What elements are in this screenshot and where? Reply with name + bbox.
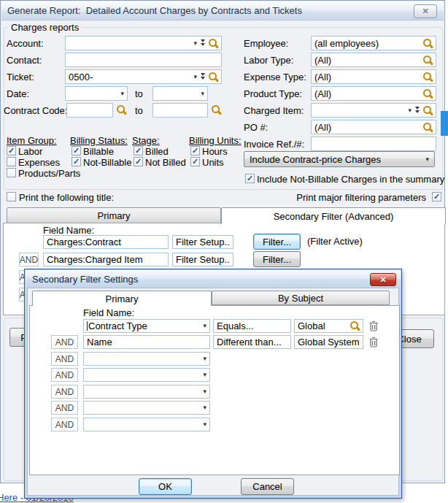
- dropdown-arrow-icon[interactable]: ▾: [201, 91, 204, 97]
- condition-field-combo[interactable]: ▾: [83, 352, 210, 366]
- condition-operator-combo[interactable]: Equals...: [213, 319, 291, 333]
- po-field[interactable]: (All): [311, 120, 436, 134]
- not-billed-label: Not Billed: [145, 157, 186, 168]
- expense-type-field[interactable]: (All): [311, 69, 436, 84]
- search-icon[interactable]: [209, 72, 218, 82]
- invoice-ref-input[interactable]: [311, 137, 436, 151]
- condition-field-combo[interactable]: ▾: [83, 385, 210, 399]
- billable-checkbox[interactable]: ✓: [72, 146, 81, 155]
- po-value: (All): [314, 122, 423, 133]
- employee-field[interactable]: (all employees): [311, 36, 436, 50]
- dropdown-arrow-icon[interactable]: ▾: [425, 156, 429, 163]
- condition-value-field[interactable]: Global System Co: [294, 335, 363, 349]
- dropdown-arrow-icon[interactable]: ▾: [203, 356, 206, 362]
- search-icon[interactable]: [350, 321, 360, 331]
- dropdown-arrow-icon[interactable]: ▾: [203, 404, 206, 411]
- search-icon[interactable]: [423, 106, 433, 115]
- dropdown-arrow-icon[interactable]: ▾: [193, 40, 197, 47]
- and-label: AND: [20, 255, 38, 265]
- filter-button-label: Filter...: [263, 237, 291, 247]
- condition-field-combo[interactable]: Name: [83, 335, 210, 349]
- dropdown-arrow-icon[interactable]: ▾: [120, 91, 124, 97]
- labor-checkbox[interactable]: ✓: [7, 146, 16, 155]
- dropdown-arrow-icon[interactable]: ▾: [203, 421, 206, 428]
- condition-field-combo[interactable]: Contract Type ▾: [83, 319, 210, 333]
- condition-field-combo[interactable]: ▾: [83, 418, 210, 431]
- hours-checkbox[interactable]: ✓: [190, 146, 200, 155]
- search-icon[interactable]: [209, 39, 218, 48]
- contract-code-from-input[interactable]: [66, 103, 113, 118]
- delete-row-icon[interactable]: [368, 320, 379, 331]
- condition-field-combo[interactable]: ▾: [83, 368, 210, 382]
- ok-button[interactable]: OK: [139, 478, 192, 495]
- cancel-button[interactable]: Cancel: [241, 478, 294, 495]
- condition-value-field[interactable]: Global: [294, 319, 363, 333]
- double-down-icon[interactable]: [200, 73, 206, 80]
- and-operator[interactable]: AND: [51, 385, 78, 399]
- filter-button[interactable]: Filter...: [253, 251, 301, 267]
- condition-field-combo[interactable]: ▾: [83, 401, 210, 415]
- dropdown-arrow-icon[interactable]: ▾: [408, 107, 412, 114]
- and-operator[interactable]: AND: [51, 418, 78, 431]
- dropdown-arrow-icon[interactable]: ▾: [203, 323, 206, 329]
- print-major-checkbox[interactable]: ✓: [432, 192, 441, 201]
- date-to-combo[interactable]: ▾: [152, 86, 208, 101]
- search-icon[interactable]: [423, 123, 433, 132]
- group-label: Charges reports: [8, 22, 82, 33]
- include-contract-price-dropdown[interactable]: Include Contract-price Charges ▾: [244, 151, 435, 167]
- expense-type-value: (All): [314, 72, 423, 82]
- billed-checkbox[interactable]: ✓: [134, 146, 143, 155]
- expenses-label: Expenses: [18, 157, 60, 168]
- not-billable-checkbox[interactable]: ✓: [72, 157, 81, 166]
- contact-input[interactable]: [65, 53, 222, 67]
- tab-primary[interactable]: Primary: [7, 207, 221, 223]
- include-not-billable-checkbox[interactable]: ✓: [245, 174, 255, 183]
- contract-code-label: Contract Code:: [4, 105, 67, 116]
- and-operator[interactable]: AND: [51, 401, 78, 415]
- date-from-combo[interactable]: ▾: [65, 86, 128, 101]
- filter-setup-button[interactable]: Filter Setup...: [172, 235, 233, 249]
- ticket-combo[interactable]: 0500- ▾: [65, 69, 222, 84]
- labor-type-field[interactable]: (All): [311, 53, 436, 67]
- dropdown-arrow-icon[interactable]: ▾: [193, 74, 197, 80]
- close-button[interactable]: ✕: [414, 4, 437, 18]
- filter-setup-button[interactable]: Filter Setup...: [172, 253, 233, 266]
- condition-field-value: Name: [87, 337, 206, 348]
- tab-by-subject[interactable]: By Subject: [212, 291, 390, 305]
- product-type-field[interactable]: (All): [311, 86, 436, 101]
- charged-item-label: Charged Item:: [244, 105, 304, 116]
- close-button[interactable]: ✕: [370, 273, 396, 286]
- products-parts-checkbox[interactable]: [7, 168, 16, 177]
- search-icon[interactable]: [423, 89, 433, 99]
- double-down-icon[interactable]: [414, 107, 420, 114]
- and-operator[interactable]: AND: [51, 368, 78, 382]
- account-combo[interactable]: ▾: [65, 36, 222, 50]
- search-icon[interactable]: [117, 105, 126, 115]
- search-icon[interactable]: [212, 105, 221, 115]
- filter-field-combo[interactable]: Charges:Charged Item: [43, 253, 169, 266]
- tab-secondary-filter[interactable]: Secondary Filter (Advanced): [221, 207, 446, 224]
- and-operator[interactable]: AND: [51, 335, 78, 349]
- units-checkbox[interactable]: ✓: [190, 157, 200, 166]
- ticket-icons: ▾: [193, 72, 218, 82]
- search-icon[interactable]: [423, 55, 433, 65]
- dropdown-arrow-icon[interactable]: ▾: [203, 388, 206, 395]
- billing-status-header: Billing Status:: [70, 135, 128, 146]
- delete-row-icon[interactable]: [368, 337, 379, 348]
- search-icon[interactable]: [423, 72, 433, 82]
- and-operator[interactable]: AND: [51, 352, 78, 366]
- and-operator[interactable]: AND: [19, 253, 39, 266]
- filter-button[interactable]: Filter...: [253, 234, 301, 250]
- condition-operator-combo[interactable]: Different than...: [213, 335, 291, 349]
- date-label: Date:: [7, 88, 29, 99]
- charged-item-combo[interactable]: ▾: [311, 103, 436, 118]
- tab-primary[interactable]: Primary: [32, 291, 212, 306]
- not-billed-checkbox[interactable]: ✓: [134, 157, 143, 166]
- dropdown-arrow-icon[interactable]: ▾: [203, 372, 206, 378]
- print-title-checkbox[interactable]: [7, 192, 16, 201]
- contract-code-to-input[interactable]: [152, 103, 208, 118]
- search-icon[interactable]: [423, 39, 433, 48]
- expenses-checkbox[interactable]: [7, 157, 16, 166]
- filter-field-combo[interactable]: Charges:Contract: [43, 235, 169, 249]
- double-down-icon[interactable]: [200, 39, 206, 47]
